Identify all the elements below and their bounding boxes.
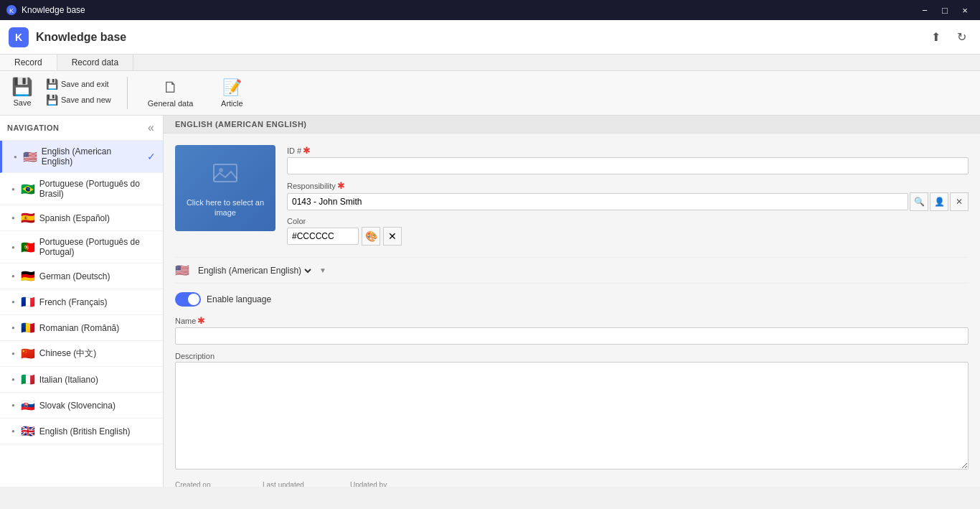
close-button[interactable]: × — [956, 2, 974, 18]
save-and-new-button[interactable]: 💾 Save and new — [42, 93, 116, 107]
sidebar-item-10[interactable]: ● 🇬🇧 English (British English) — [0, 419, 163, 444]
sidebar-label-6: Romanian (Română) — [39, 323, 156, 333]
id-required-mark: ✱ — [303, 145, 311, 156]
color-field-group: Color 🎨 ✕ — [287, 217, 969, 246]
sidebar-label-8: Italian (Italiano) — [39, 375, 156, 385]
sidebar-item-7[interactable]: ● 🇨🇳 Chinese (中文) — [0, 341, 163, 367]
sidebar-item-8[interactable]: ● 🇮🇹 Italian (Italiano) — [0, 367, 163, 393]
titlebar: K Knowledge base − □ × — [0, 0, 980, 20]
section-header: ENGLISH (AMERICAN ENGLISH) — [164, 116, 980, 134]
sidebar-flag-7: 🇨🇳 — [21, 347, 35, 360]
updated-by-field: Updated by — [350, 481, 766, 487]
sidebar-item-3[interactable]: ● 🇵🇹 Portuguese (Português de Portugal) — [0, 231, 163, 263]
sidebar-label-9: Slovak (Slovencina) — [39, 401, 156, 411]
refresh-button[interactable]: ↻ — [951, 27, 971, 47]
toolbar-tabs: Record Record data — [0, 55, 980, 71]
sidebar-flag-9: 🇸🇰 — [21, 398, 35, 412]
toolbar: Record Record data 💾 Save 💾 Save and exi… — [0, 55, 980, 116]
description-field-group: Description — [175, 352, 969, 470]
id-field-group: ID # ✱ — [287, 145, 969, 174]
window-controls: − □ × — [915, 2, 974, 18]
save-and-exit-button[interactable]: 💾 Save and exit — [42, 77, 116, 91]
sidebar-item-9[interactable]: ● 🇸🇰 Slovak (Slovencina) — [0, 393, 163, 419]
color-picker-button[interactable]: 🎨 — [362, 227, 380, 246]
last-updated-label: Last updated — [263, 481, 341, 487]
chevron-down-icon: ▼ — [319, 266, 326, 274]
color-input[interactable] — [287, 228, 359, 245]
sidebar-bullet-9: ● — [11, 402, 15, 408]
responsibility-label: Responsibility ✱ — [287, 180, 969, 191]
sidebar-bullet-5: ● — [11, 299, 15, 305]
updated-by-label: Updated by — [350, 481, 766, 487]
sidebar-bullet-6: ● — [11, 324, 15, 331]
content-body: Click here to select an image ID # ✱ — [164, 134, 980, 487]
color-clear-button[interactable]: ✕ — [383, 227, 402, 246]
sidebar-flag-6: 🇷🇴 — [21, 321, 35, 335]
description-textarea[interactable] — [175, 362, 969, 470]
responsibility-person-button[interactable]: 👤 — [930, 192, 948, 211]
sidebar-flag-8: 🇮🇹 — [21, 373, 35, 386]
sidebar-bullet-3: ● — [11, 244, 15, 251]
sidebar-bullet-0: ● — [14, 154, 17, 160]
minimize-button[interactable]: − — [915, 2, 934, 18]
name-field-group: Name ✱ — [175, 315, 969, 345]
top-form: Click here to select an image ID # ✱ — [175, 145, 969, 246]
name-label: Name ✱ — [175, 315, 969, 326]
pin-button[interactable]: ⬆ — [925, 27, 946, 47]
article-icon: 📝 — [222, 78, 242, 97]
sidebar-item-2[interactable]: ● 🇪🇸 Spanish (Español) — [0, 205, 163, 231]
sidebar-flag-3: 🇵🇹 — [21, 241, 35, 254]
image-placeholder-label: Click here to select an image — [175, 197, 275, 218]
sidebar-bullet-1: ● — [11, 186, 15, 192]
sidebar-header: NAVIGATION « — [0, 116, 163, 141]
main-layout: NAVIGATION « ● 🇺🇸 English (American Engl… — [0, 116, 980, 487]
sidebar-flag-4: 🇩🇪 — [21, 269, 35, 283]
sidebar-item-4[interactable]: ● 🇩🇪 German (Deutsch) — [0, 263, 163, 289]
save-exit-icon: 💾 — [46, 78, 58, 90]
save-buttons: 💾 Save 💾 Save and exit 💾 Save and new — [6, 74, 116, 110]
general-data-tab-button[interactable]: 🗋 General data — [139, 74, 202, 112]
sidebar-label-5: French (Français) — [39, 297, 156, 307]
sidebar-flag-10: 🇬🇧 — [21, 424, 35, 438]
sidebar-item-1[interactable]: ● 🇧🇷 Portuguese (Português do Brasil) — [0, 173, 163, 205]
responsibility-input[interactable] — [287, 193, 908, 210]
name-required-mark: ✱ — [197, 315, 205, 326]
sidebar-bullet-10: ● — [11, 428, 15, 434]
sidebar-flag-1: 🇧🇷 — [21, 182, 35, 196]
sidebar-bullet-4: ● — [11, 273, 15, 279]
content-area: ENGLISH (AMERICAN ENGLISH) Click here to… — [164, 116, 980, 487]
sidebar-collapse-button[interactable]: « — [146, 121, 156, 134]
sidebar-items: ● 🇺🇸 English (American English) ✓ ● 🇧🇷 P… — [0, 141, 163, 444]
save-button[interactable]: 💾 Save — [6, 74, 39, 110]
sidebar-label-2: Spanish (Español) — [39, 213, 156, 223]
sidebar-flag-5: 🇫🇷 — [21, 295, 35, 309]
svg-rect-2 — [214, 164, 237, 182]
language-select[interactable]: English (American English) — [195, 265, 314, 276]
titlebar-title: Knowledge base — [22, 5, 915, 15]
sidebar-flag-2: 🇪🇸 — [21, 211, 35, 225]
article-tab-button[interactable]: 📝 Article — [210, 74, 253, 112]
form-fields: ID # ✱ Responsibility ✱ 🔍 — [287, 145, 969, 246]
toolbar-content: 💾 Save 💾 Save and exit 💾 Save and new — [0, 71, 980, 115]
responsibility-search-button[interactable]: 🔍 — [910, 192, 928, 211]
sidebar-bullet-2: ● — [11, 215, 15, 221]
sidebar-item-5[interactable]: ● 🇫🇷 French (Français) — [0, 289, 163, 315]
tab-record-data[interactable]: Record data — [57, 55, 133, 70]
sidebar-check-0: ✓ — [147, 151, 156, 162]
svg-point-3 — [219, 168, 223, 172]
app-header: K Knowledge base ⬆ ↻ — [0, 20, 980, 55]
color-label: Color — [287, 217, 969, 225]
created-on-label: Created on — [175, 481, 254, 487]
responsibility-clear-button[interactable]: ✕ — [950, 192, 969, 211]
id-input[interactable] — [287, 157, 969, 174]
tab-record[interactable]: Record — [0, 55, 57, 70]
svg-text:K: K — [9, 7, 14, 14]
responsibility-field-group: Responsibility ✱ 🔍 👤 ✕ — [287, 180, 969, 211]
sidebar-item-6[interactable]: ● 🇷🇴 Romanian (Română) — [0, 315, 163, 341]
name-input[interactable] — [175, 327, 969, 345]
sidebar-item-0[interactable]: ● 🇺🇸 English (American English) ✓ — [0, 141, 163, 173]
image-selector[interactable]: Click here to select an image — [175, 145, 275, 231]
footer-fields: Created on Last updated Updated by — [175, 481, 969, 487]
maximize-button[interactable]: □ — [936, 2, 954, 18]
enable-language-toggle[interactable] — [175, 292, 201, 307]
